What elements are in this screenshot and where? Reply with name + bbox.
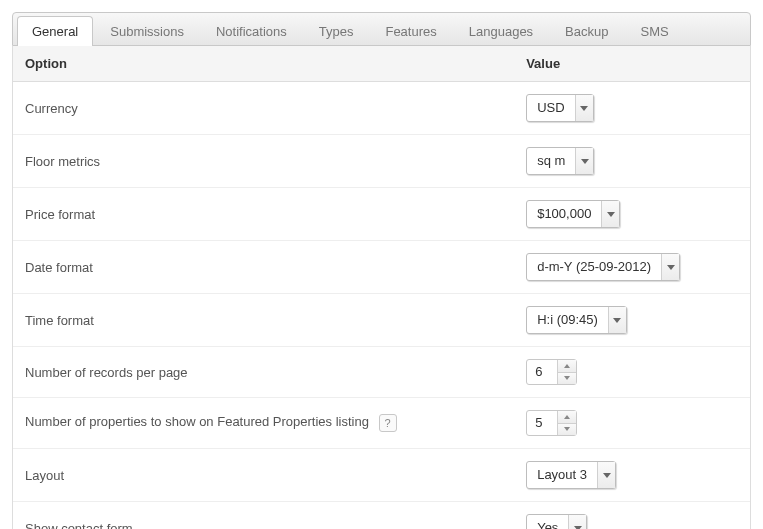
show-contact-select[interactable]: Yes bbox=[526, 514, 587, 529]
row-price-format: Price format $100,000 bbox=[13, 188, 750, 241]
select-value: USD bbox=[527, 95, 574, 121]
dropdown-button bbox=[575, 148, 593, 174]
tab-label: Types bbox=[319, 24, 354, 39]
price-format-select[interactable]: $100,000 bbox=[526, 200, 620, 228]
option-label: Show contact form bbox=[13, 502, 514, 530]
dropdown-button bbox=[597, 462, 615, 488]
row-time-format: Time format H:i (09:45) bbox=[13, 294, 750, 347]
tab-general[interactable]: General bbox=[17, 16, 93, 46]
date-format-select[interactable]: d-m-Y (25-09-2012) bbox=[526, 253, 680, 281]
chevron-down-icon bbox=[607, 212, 615, 217]
option-label: Currency bbox=[13, 82, 514, 135]
stepper-down[interactable] bbox=[558, 372, 576, 385]
tab-label: Notifications bbox=[216, 24, 287, 39]
select-value: H:i (09:45) bbox=[527, 307, 608, 333]
row-featured-count: Number of properties to show on Featured… bbox=[13, 398, 750, 449]
option-label: Date format bbox=[13, 241, 514, 294]
dropdown-button bbox=[601, 201, 619, 227]
help-icon[interactable]: ? bbox=[379, 414, 397, 432]
option-label: Floor metrics bbox=[13, 135, 514, 188]
select-value: d-m-Y (25-09-2012) bbox=[527, 254, 661, 280]
tab-submissions[interactable]: Submissions bbox=[95, 16, 199, 46]
currency-select[interactable]: USD bbox=[526, 94, 593, 122]
chevron-down-icon bbox=[574, 526, 582, 530]
settings-table: Option Value Currency USD Floor metrics bbox=[13, 46, 750, 529]
tab-label: Features bbox=[385, 24, 436, 39]
row-records-per-page: Number of records per page 6 bbox=[13, 347, 750, 398]
row-floor-metrics: Floor metrics sq m bbox=[13, 135, 750, 188]
tabs-bar: General Submissions Notifications Types … bbox=[12, 12, 751, 46]
select-value: Yes bbox=[527, 515, 568, 529]
stepper-up[interactable] bbox=[558, 411, 576, 423]
dropdown-button bbox=[575, 95, 593, 121]
tab-types[interactable]: Types bbox=[304, 16, 369, 46]
chevron-down-icon bbox=[564, 376, 570, 380]
option-label: Number of records per page bbox=[13, 347, 514, 398]
stepper-down[interactable] bbox=[558, 423, 576, 436]
chevron-down-icon bbox=[603, 473, 611, 478]
option-label: Time format bbox=[13, 294, 514, 347]
tab-label: SMS bbox=[640, 24, 668, 39]
tab-features[interactable]: Features bbox=[370, 16, 451, 46]
tab-sms[interactable]: SMS bbox=[625, 16, 683, 46]
chevron-down-icon bbox=[564, 427, 570, 431]
select-value: Layout 3 bbox=[527, 462, 597, 488]
tab-label: General bbox=[32, 24, 78, 39]
col-value: Value bbox=[514, 46, 750, 82]
row-layout: Layout Layout 3 bbox=[13, 449, 750, 502]
dropdown-button bbox=[661, 254, 679, 280]
featured-count-stepper[interactable]: 5 bbox=[526, 410, 577, 436]
chevron-down-icon bbox=[581, 159, 589, 164]
time-format-select[interactable]: H:i (09:45) bbox=[526, 306, 627, 334]
chevron-down-icon bbox=[580, 106, 588, 111]
floor-metrics-select[interactable]: sq m bbox=[526, 147, 594, 175]
option-label: Price format bbox=[13, 188, 514, 241]
tab-backup[interactable]: Backup bbox=[550, 16, 623, 46]
tab-label: Submissions bbox=[110, 24, 184, 39]
stepper-value: 5 bbox=[527, 411, 557, 435]
stepper-buttons bbox=[557, 360, 576, 384]
row-show-contact: Show contact form Yes bbox=[13, 502, 750, 530]
dropdown-button bbox=[608, 307, 626, 333]
tab-label: Backup bbox=[565, 24, 608, 39]
row-date-format: Date format d-m-Y (25-09-2012) bbox=[13, 241, 750, 294]
chevron-up-icon bbox=[564, 415, 570, 419]
chevron-down-icon bbox=[613, 318, 621, 323]
stepper-up[interactable] bbox=[558, 360, 576, 372]
tab-notifications[interactable]: Notifications bbox=[201, 16, 302, 46]
chevron-down-icon bbox=[667, 265, 675, 270]
layout-select[interactable]: Layout 3 bbox=[526, 461, 616, 489]
stepper-value: 6 bbox=[527, 360, 557, 384]
option-label: Number of properties to show on Featured… bbox=[25, 414, 369, 429]
tab-languages[interactable]: Languages bbox=[454, 16, 548, 46]
stepper-buttons bbox=[557, 411, 576, 435]
select-value: sq m bbox=[527, 148, 575, 174]
option-label: Layout bbox=[13, 449, 514, 502]
dropdown-button bbox=[568, 515, 586, 529]
settings-panel: Option Value Currency USD Floor metrics bbox=[12, 46, 751, 529]
records-per-page-stepper[interactable]: 6 bbox=[526, 359, 577, 385]
chevron-up-icon bbox=[564, 364, 570, 368]
select-value: $100,000 bbox=[527, 201, 601, 227]
col-option: Option bbox=[13, 46, 514, 82]
tab-label: Languages bbox=[469, 24, 533, 39]
row-currency: Currency USD bbox=[13, 82, 750, 135]
